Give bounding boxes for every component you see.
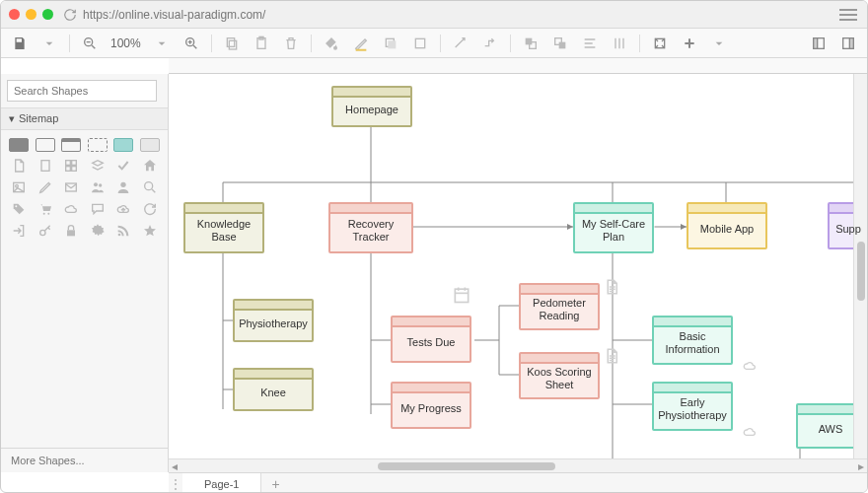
palette-shape[interactable] (140, 138, 160, 152)
connector-style[interactable] (448, 32, 473, 55)
refresh-icon[interactable] (140, 201, 160, 217)
save-dropdown[interactable] (36, 32, 62, 55)
address-bar[interactable]: https://online.visual-paradigm.com/ (63, 8, 837, 22)
svg-rect-54 (67, 230, 75, 236)
tab-grip-icon[interactable]: ⋮ (169, 477, 182, 491)
cloud-up-icon[interactable] (113, 201, 133, 217)
search-icon[interactable] (140, 179, 160, 195)
to-front-button[interactable] (518, 32, 543, 55)
copy-button[interactable] (219, 32, 245, 55)
lock-icon[interactable] (61, 223, 81, 239)
maximize-window[interactable] (42, 9, 53, 20)
palette-header[interactable]: ▾Sitemap (1, 107, 168, 130)
tag-icon[interactable] (9, 201, 29, 217)
shape-palette (1, 130, 168, 246)
diagram-canvas[interactable]: Homepage Knowledge Base Recovery Tracker… (169, 74, 867, 472)
svg-rect-38 (66, 161, 71, 166)
svg-rect-40 (66, 167, 71, 172)
mail-icon[interactable] (61, 179, 81, 195)
node-physiotherapy[interactable]: Physiotherapy (233, 299, 314, 342)
image-icon[interactable] (9, 179, 29, 195)
node-koos[interactable]: Koos Scoring Sheet (519, 352, 600, 399)
svg-point-56 (118, 234, 121, 237)
zoom-in-button[interactable] (179, 32, 204, 55)
window-traffic-lights (9, 9, 53, 20)
login-icon[interactable] (9, 223, 29, 239)
node-my-progress[interactable]: My Progress (391, 382, 471, 429)
node-pedometer[interactable]: Pedometer Reading (519, 283, 600, 330)
distribute-button[interactable] (607, 32, 632, 55)
svg-rect-37 (41, 161, 49, 172)
node-basic-info[interactable]: Basic Information (652, 316, 733, 365)
star-icon[interactable] (140, 223, 160, 239)
to-back-button[interactable] (547, 32, 573, 55)
paste-button[interactable] (249, 32, 274, 55)
node-recovery-tracker[interactable]: Recovery Tracker (328, 202, 413, 253)
shapes-panel: ▾Sitemap (1, 74, 169, 472)
minimize-window[interactable] (26, 9, 36, 20)
svg-point-43 (16, 184, 19, 187)
palette-shape[interactable] (61, 138, 81, 152)
search-input[interactable] (7, 80, 157, 102)
palette-shape[interactable] (113, 138, 133, 152)
node-early-physio[interactable]: Early Physiotherapy (652, 382, 733, 431)
users-icon[interactable] (88, 179, 108, 195)
key-icon[interactable] (36, 223, 55, 239)
fill-button[interactable] (319, 32, 344, 55)
svg-point-48 (144, 182, 152, 190)
document-icon[interactable] (9, 158, 29, 174)
chat-icon[interactable] (88, 201, 108, 217)
more-dropdown[interactable] (706, 32, 732, 55)
horizontal-scrollbar[interactable]: ◂ ▸ (169, 458, 867, 472)
svg-rect-29 (814, 37, 818, 48)
page-tab[interactable]: Page-1 (182, 473, 261, 493)
cart-icon[interactable] (36, 201, 55, 217)
outline-panel-toggle[interactable] (806, 32, 832, 55)
align-button[interactable] (577, 32, 603, 55)
node-mobile-app[interactable]: Mobile App (687, 202, 767, 249)
node-knowledge-base[interactable]: Knowledge Base (183, 202, 264, 253)
fit-button[interactable] (647, 32, 673, 55)
palette-shape[interactable] (36, 138, 55, 152)
format-panel-toggle[interactable] (835, 32, 861, 55)
zoom-level[interactable]: 100% (107, 36, 145, 50)
rss-icon[interactable] (113, 223, 133, 239)
document-icon (603, 276, 620, 301)
user-icon[interactable] (113, 179, 133, 195)
cloud-icon[interactable] (61, 201, 81, 217)
svg-rect-8 (227, 37, 234, 46)
node-homepage[interactable]: Homepage (331, 86, 412, 127)
stroke-button[interactable] (348, 32, 374, 55)
window-titlebar: https://online.visual-paradigm.com/ (1, 1, 867, 29)
reload-icon[interactable] (63, 8, 77, 22)
main-toolbar: 100% (1, 29, 867, 58)
stack-icon[interactable] (88, 158, 108, 174)
palette-shape[interactable] (88, 138, 108, 152)
palette-shape[interactable] (9, 138, 29, 152)
connectors (169, 74, 867, 472)
close-window[interactable] (9, 9, 20, 20)
waypoint-style[interactable] (477, 32, 503, 55)
check-icon[interactable] (113, 158, 133, 174)
format-dropdown[interactable] (407, 32, 433, 55)
add-page-button[interactable]: + (261, 476, 289, 492)
grid-icon[interactable] (61, 158, 81, 174)
delete-button[interactable] (278, 32, 304, 55)
home-icon[interactable] (140, 158, 160, 174)
gear-icon[interactable] (88, 223, 108, 239)
more-shapes-link[interactable]: More Shapes... (1, 448, 168, 472)
node-self-care[interactable]: My Self-Care Plan (573, 202, 654, 253)
svg-rect-14 (415, 38, 424, 47)
zoom-out-button[interactable] (77, 32, 103, 55)
menu-icon[interactable] (837, 6, 859, 24)
shadow-button[interactable] (378, 32, 403, 55)
file-icon[interactable] (36, 158, 55, 174)
vertical-scrollbar[interactable] (853, 74, 867, 458)
node-knee[interactable]: Knee (233, 368, 314, 411)
save-button[interactable] (7, 32, 33, 55)
pencil-icon[interactable] (36, 179, 55, 195)
zoom-dropdown[interactable] (149, 32, 175, 55)
node-tests-due[interactable]: Tests Due (391, 316, 471, 363)
svg-rect-31 (849, 37, 853, 48)
add-button[interactable] (677, 32, 702, 55)
